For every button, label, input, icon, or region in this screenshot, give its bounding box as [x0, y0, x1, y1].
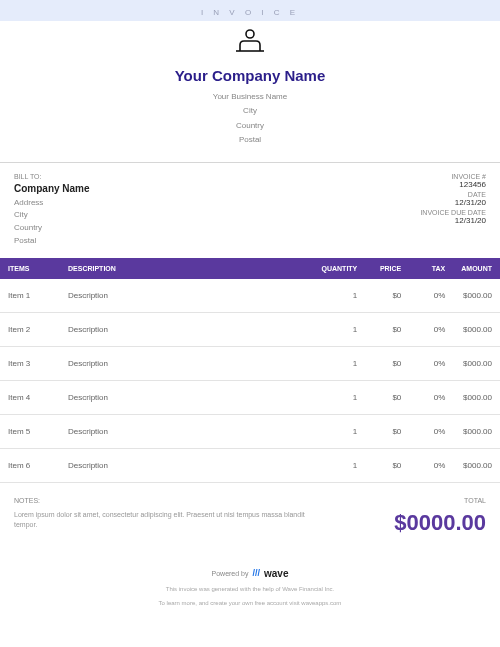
- cell-desc: Description: [60, 414, 314, 448]
- table-row: Item 1Description1$00%$000.00: [0, 279, 500, 313]
- cell-desc: Description: [60, 279, 314, 313]
- cell-price: $0: [365, 414, 409, 448]
- col-amount: AMOUNT: [453, 258, 500, 279]
- cell-qty: 1: [314, 312, 366, 346]
- col-description: DESCRIPTION: [60, 258, 314, 279]
- total-label: TOTAL: [394, 497, 486, 504]
- bill-to-city: City: [14, 209, 90, 222]
- wave-logo-icon: ///: [252, 568, 260, 578]
- invoice-number: 123456: [420, 180, 486, 189]
- invoice-due-label: INVOICE DUE DATE: [420, 209, 486, 216]
- cell-price: $0: [365, 279, 409, 313]
- cell-tax: 0%: [409, 414, 453, 448]
- cell-desc: Description: [60, 448, 314, 482]
- cell-tax: 0%: [409, 279, 453, 313]
- col-tax: TAX: [409, 258, 453, 279]
- total-block: TOTAL $0000.00: [394, 497, 486, 536]
- bill-to-label: BILL TO:: [14, 173, 90, 180]
- powered-by: Powered by /// wave: [212, 568, 289, 579]
- cell-amount: $000.00: [453, 279, 500, 313]
- cell-amount: $000.00: [453, 448, 500, 482]
- footer: Powered by /// wave This invoice was gen…: [0, 546, 500, 616]
- cell-price: $0: [365, 448, 409, 482]
- cell-desc: Description: [60, 346, 314, 380]
- cell-item: Item 5: [0, 414, 60, 448]
- col-price: PRICE: [365, 258, 409, 279]
- table-row: Item 2Description1$00%$000.00: [0, 312, 500, 346]
- invoice-due: 12/31/20: [420, 216, 486, 225]
- items-table: ITEMS DESCRIPTION QUANTITY PRICE TAX AMO…: [0, 258, 500, 483]
- cell-amount: $000.00: [453, 346, 500, 380]
- cell-qty: 1: [314, 346, 366, 380]
- cell-item: Item 1: [0, 279, 60, 313]
- person-desk-icon: [233, 27, 267, 57]
- table-row: Item 3Description1$00%$000.00: [0, 346, 500, 380]
- powered-label: Powered by: [212, 570, 249, 577]
- cell-item: Item 2: [0, 312, 60, 346]
- divider: [0, 162, 500, 163]
- cell-qty: 1: [314, 279, 366, 313]
- table-row: Item 6Description1$00%$000.00: [0, 448, 500, 482]
- cell-price: $0: [365, 380, 409, 414]
- cell-tax: 0%: [409, 312, 453, 346]
- invoice-date: 12/31/20: [420, 198, 486, 207]
- cell-tax: 0%: [409, 380, 453, 414]
- invoice-tag: I N V O I C E: [0, 8, 500, 17]
- cell-price: $0: [365, 312, 409, 346]
- table-row: Item 5Description1$00%$000.00: [0, 414, 500, 448]
- cell-price: $0: [365, 346, 409, 380]
- company-country: Country: [0, 119, 500, 133]
- table-row: Item 4Description1$00%$000.00: [0, 380, 500, 414]
- col-quantity: QUANTITY: [314, 258, 366, 279]
- cell-tax: 0%: [409, 346, 453, 380]
- cell-amount: $000.00: [453, 380, 500, 414]
- footer-line2: To learn more, and create your own free …: [20, 599, 480, 607]
- bill-to-address: Address: [14, 197, 90, 210]
- company-icon-wrap: [0, 21, 500, 59]
- cell-qty: 1: [314, 380, 366, 414]
- notes-block: NOTES: Lorem ipsum dolor sit amet, conse…: [14, 497, 314, 536]
- company-block: Your Company Name Your Business Name Cit…: [0, 59, 500, 162]
- bill-to-postal: Postal: [14, 235, 90, 248]
- company-city: City: [0, 104, 500, 118]
- cell-qty: 1: [314, 414, 366, 448]
- cell-item: Item 3: [0, 346, 60, 380]
- cell-desc: Description: [60, 312, 314, 346]
- cell-item: Item 4: [0, 380, 60, 414]
- invoice-number-label: INVOICE #: [420, 173, 486, 180]
- company-business: Your Business Name: [0, 90, 500, 104]
- footer-line1: This invoice was generated with the help…: [20, 585, 480, 593]
- info-row: BILL TO: Company Name Address City Count…: [0, 173, 500, 258]
- invoice-meta: INVOICE #123456 DATE12/31/20 INVOICE DUE…: [420, 173, 486, 248]
- cell-amount: $000.00: [453, 312, 500, 346]
- notes-body: Lorem ipsum dolor sit amet, consectetur …: [14, 510, 314, 531]
- cell-item: Item 6: [0, 448, 60, 482]
- below-row: NOTES: Lorem ipsum dolor sit amet, conse…: [0, 483, 500, 546]
- invoice-date-label: DATE: [420, 191, 486, 198]
- cell-qty: 1: [314, 448, 366, 482]
- col-items: ITEMS: [0, 258, 60, 279]
- company-postal: Postal: [0, 133, 500, 147]
- company-title: Your Company Name: [0, 67, 500, 84]
- total-amount: $0000.00: [394, 510, 486, 536]
- cell-desc: Description: [60, 380, 314, 414]
- items-header-row: ITEMS DESCRIPTION QUANTITY PRICE TAX AMO…: [0, 258, 500, 279]
- notes-label: NOTES:: [14, 497, 314, 504]
- wave-wordmark: wave: [264, 568, 288, 579]
- header-band: I N V O I C E: [0, 0, 500, 21]
- cell-amount: $000.00: [453, 414, 500, 448]
- svg-point-0: [246, 30, 254, 38]
- bill-to-country: Country: [14, 222, 90, 235]
- cell-tax: 0%: [409, 448, 453, 482]
- bill-to-block: BILL TO: Company Name Address City Count…: [14, 173, 90, 248]
- bill-to-name: Company Name: [14, 183, 90, 194]
